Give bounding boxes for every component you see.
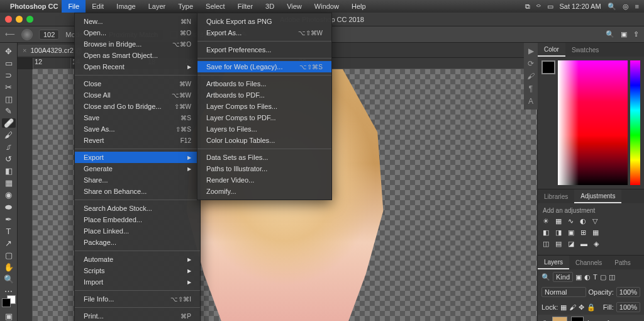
- workspace-icon[interactable]: ▣: [621, 30, 627, 38]
- foreground-color-swatch[interactable]: [541, 60, 555, 74]
- menu-item[interactable]: Import▶: [75, 276, 200, 288]
- swatches-tab[interactable]: Swatches: [565, 43, 605, 57]
- brush-tool-icon[interactable]: 🖌: [2, 130, 16, 140]
- zoom-tool-icon[interactable]: 🔍: [2, 274, 16, 284]
- menu-item[interactable]: Quick Export as PNG: [197, 16, 331, 27]
- path-tool-icon[interactable]: ↗: [2, 239, 16, 248]
- photo-filter-icon[interactable]: ▣: [568, 228, 574, 237]
- menu-item[interactable]: Open...⌘O: [75, 27, 200, 38]
- paths-tab[interactable]: Paths: [608, 256, 637, 269]
- pen-tool-icon[interactable]: ✒: [2, 215, 16, 224]
- paragraph-icon[interactable]: ¶: [525, 84, 536, 93]
- libraries-tab[interactable]: Libraries: [538, 189, 574, 203]
- menu-item[interactable]: Paths to Illustrator...: [197, 163, 331, 174]
- menu-item[interactable]: RevertF12: [75, 135, 200, 146]
- edit-toolbar-icon[interactable]: ⋯: [2, 286, 16, 296]
- layer-thumbnail[interactable]: [552, 317, 567, 321]
- menu-item[interactable]: File Info...⌥⇧⌘I: [75, 293, 200, 305]
- search-icon[interactable]: 🔍: [608, 3, 616, 11]
- curves-icon[interactable]: ∿: [568, 217, 574, 225]
- menu-file[interactable]: File: [62, 0, 86, 13]
- hue-icon[interactable]: ◧: [543, 228, 549, 237]
- search-icon[interactable]: 🔍: [606, 30, 614, 38]
- gradient-map-icon[interactable]: ▬: [580, 240, 587, 248]
- siri-icon[interactable]: ◎: [623, 3, 629, 11]
- menu-item[interactable]: Export Preferences...: [197, 44, 331, 55]
- layer-row[interactable]: 👁 Layer 1: [538, 315, 644, 321]
- type-tool-icon[interactable]: T: [2, 227, 16, 236]
- menu-type[interactable]: Type: [172, 0, 199, 13]
- lock-transparency-icon[interactable]: ▦: [560, 303, 567, 312]
- move-tool-icon[interactable]: ✥: [2, 47, 16, 56]
- crop-tool-icon[interactable]: ◫: [2, 94, 16, 104]
- wifi-icon[interactable]: ⌔: [536, 3, 541, 10]
- marquee-tool-icon[interactable]: ▭: [2, 59, 16, 68]
- posterize-icon[interactable]: ▤: [555, 240, 562, 248]
- menu-item[interactable]: Share...: [75, 174, 200, 186]
- menu-item[interactable]: Open as Smart Object...: [75, 50, 200, 61]
- hue-slider[interactable]: [630, 60, 640, 185]
- menu-item[interactable]: Render Video...: [197, 174, 331, 186]
- menu-item[interactable]: Layers to Files...: [197, 123, 331, 135]
- menu-select[interactable]: Select: [199, 0, 231, 13]
- menu-item[interactable]: Share on Behance...: [75, 186, 200, 197]
- menu-item[interactable]: Save for Web (Legacy)...⌥⇧⌘S: [197, 61, 331, 72]
- opacity-input[interactable]: 100%: [616, 287, 640, 297]
- stamp-tool-icon[interactable]: ⎎: [2, 142, 16, 152]
- menu-item[interactable]: Generate▶: [75, 163, 200, 174]
- menu-item[interactable]: Place Linked...: [75, 225, 200, 237]
- eyedropper-tool-icon[interactable]: ✎: [2, 106, 16, 116]
- menu-item[interactable]: Print...⌘P: [75, 310, 200, 321]
- brush-preview[interactable]: [21, 29, 33, 40]
- lock-all-icon[interactable]: 🔒: [587, 303, 596, 312]
- blur-tool-icon[interactable]: ◉: [2, 190, 16, 200]
- menu-3d[interactable]: 3D: [259, 0, 280, 13]
- lasso-tool-icon[interactable]: ⊃: [2, 70, 16, 80]
- selective-icon[interactable]: ◈: [594, 240, 599, 248]
- menu-item[interactable]: Open Recent▶: [75, 61, 200, 72]
- menu-item[interactable]: Export As...⌥⇧⌘W: [197, 27, 331, 38]
- brightness-icon[interactable]: ☀: [543, 217, 549, 225]
- filter-shape-icon[interactable]: ▢: [600, 273, 606, 281]
- filter-type-icon[interactable]: T: [593, 273, 597, 281]
- layer-mask-thumbnail[interactable]: [571, 317, 584, 321]
- menu-item[interactable]: Close⌘W: [75, 78, 200, 89]
- color-swatches[interactable]: [2, 298, 16, 304]
- close-window-button[interactable]: [5, 16, 12, 23]
- shape-tool-icon[interactable]: ▢: [2, 251, 16, 260]
- menu-item[interactable]: Color Lookup Tables...: [197, 135, 331, 146]
- history-icon[interactable]: ⟳: [525, 59, 536, 68]
- dropbox-icon[interactable]: ⧉: [525, 3, 530, 11]
- menu-item[interactable]: Scripts▶: [75, 265, 200, 276]
- brush-size[interactable]: 102: [39, 30, 59, 40]
- filter-type-icon[interactable]: 🔍: [541, 273, 550, 281]
- play-icon[interactable]: ▶: [525, 47, 536, 55]
- invert-icon[interactable]: ◫: [543, 240, 549, 248]
- menu-item[interactable]: Export▶: [75, 152, 200, 163]
- kind-dropdown[interactable]: Kind: [553, 272, 573, 282]
- channel-mixer-icon[interactable]: ⊞: [580, 228, 586, 237]
- bw-icon[interactable]: ◨: [555, 228, 562, 237]
- quick-select-tool-icon[interactable]: ✂: [2, 82, 16, 92]
- minimize-window-button[interactable]: [16, 16, 23, 23]
- menu-item[interactable]: Save⌘S: [75, 112, 200, 123]
- lock-position-icon[interactable]: ✥: [579, 303, 584, 312]
- blend-mode-dropdown[interactable]: Normal: [541, 287, 586, 297]
- battery-icon[interactable]: ▭: [547, 3, 553, 11]
- levels-icon[interactable]: ▦: [555, 217, 562, 225]
- layers-tab[interactable]: Layers: [538, 256, 569, 269]
- threshold-icon[interactable]: ◪: [568, 240, 574, 248]
- dodge-tool-icon[interactable]: ⬬: [2, 202, 16, 212]
- adjustments-tab[interactable]: Adjustments: [574, 189, 621, 203]
- gradient-tool-icon[interactable]: ▦: [2, 178, 16, 188]
- hand-tool-icon[interactable]: ✋: [2, 262, 16, 272]
- menu-item[interactable]: Browse in Bridge...⌥⌘O: [75, 38, 200, 50]
- history-brush-tool-icon[interactable]: ↺: [2, 154, 16, 164]
- menu-image[interactable]: Image: [110, 0, 142, 13]
- menu-item[interactable]: Automate▶: [75, 254, 200, 265]
- menu-item[interactable]: Close All⌥⌘W: [75, 89, 200, 101]
- home-icon[interactable]: ⟵: [5, 30, 15, 38]
- menu-item[interactable]: Save As...⇧⌘S: [75, 123, 200, 135]
- quick-mask-icon[interactable]: ▣: [2, 312, 16, 321]
- character-icon[interactable]: A: [525, 97, 536, 106]
